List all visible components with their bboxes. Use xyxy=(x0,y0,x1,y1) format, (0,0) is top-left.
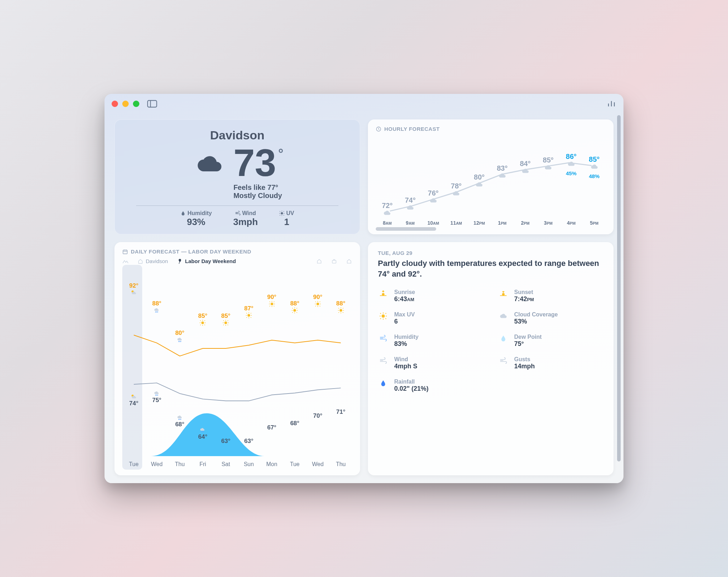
cloud-icon xyxy=(382,209,392,218)
daily-tabs: Davidson Labor Day Weekend xyxy=(122,258,352,264)
svg-rect-30 xyxy=(332,260,336,263)
hour-col-10AM[interactable]: 76°10AM xyxy=(422,135,445,226)
daily-high-Tue[interactable]: 92° xyxy=(122,282,145,296)
titlebar xyxy=(105,94,623,114)
daily-high-Fri[interactable]: 85° xyxy=(191,312,214,326)
hourly-chart[interactable]: 72°8AM74°9AM76°10AM78°11AM80°12PM83°1PM8… xyxy=(376,135,606,226)
detail-sunset: Sunset7:42PM xyxy=(498,289,604,303)
daily-low-Sat[interactable]: 63° xyxy=(214,431,237,445)
cloud-icon xyxy=(498,311,509,320)
hourly-forecast-card: HOURLY FORECAST 72°8AM74°9AM76°10AM78°11… xyxy=(368,119,614,234)
daily-low-Tue[interactable]: 68° xyxy=(283,413,306,427)
hour-col-2PM[interactable]: 84°2PM xyxy=(514,135,537,226)
hour-time: 5PM xyxy=(583,220,606,226)
humidity-icon xyxy=(378,334,389,342)
clock-icon xyxy=(376,126,381,132)
day-label-Wed[interactable]: Wed xyxy=(306,461,330,468)
daily-high-Thu[interactable]: 88° xyxy=(329,300,352,314)
daily-low-Tue[interactable]: 74° xyxy=(122,394,145,407)
hour-col-1PM[interactable]: 83°1PM xyxy=(491,135,514,226)
hour-col-9AM[interactable]: 74°9AM xyxy=(399,135,422,226)
hour-temp: 86° xyxy=(560,153,583,161)
tab-home-icon-2[interactable] xyxy=(346,258,352,264)
current-temperature: 73° xyxy=(234,144,282,182)
day-label-Tue[interactable]: Tue xyxy=(122,461,145,468)
detail-dew-point: Dew Point75° xyxy=(498,334,604,348)
cloud-icon xyxy=(589,163,599,172)
daily-header: DAILY FORECAST — LABOR DAY WEEKEND xyxy=(122,249,352,255)
tab-home-icon-1[interactable] xyxy=(316,258,322,264)
hour-temp: 85° xyxy=(537,156,560,164)
sun-icon xyxy=(378,311,389,320)
day-label-Thu[interactable]: Thu xyxy=(168,461,191,468)
hour-col-11AM[interactable]: 78°11AM xyxy=(445,135,468,226)
close-window-button[interactable] xyxy=(112,101,118,107)
hour-temp: 85° xyxy=(583,155,606,164)
hour-precip: 45% xyxy=(560,170,583,176)
hour-time: 11AM xyxy=(445,220,468,226)
cloud-icon xyxy=(520,167,530,176)
daily-low-Wed[interactable]: 75° xyxy=(145,390,168,404)
hour-time: 9AM xyxy=(399,220,422,226)
hour-time: 12PM xyxy=(468,220,491,226)
detail-gusts: Gusts14mph xyxy=(498,356,604,370)
hour-col-5PM[interactable]: 85°48%5PM xyxy=(583,135,606,226)
daily-low-Mon[interactable]: 67° xyxy=(260,418,283,431)
hour-temp: 84° xyxy=(514,160,537,168)
gusts-icon xyxy=(498,356,509,365)
minimize-window-button[interactable] xyxy=(122,101,129,107)
day-label-Fri[interactable]: Fri xyxy=(191,461,214,468)
maximize-window-button[interactable] xyxy=(133,101,139,107)
traffic-lights xyxy=(112,101,139,107)
tab-location[interactable]: Davidson xyxy=(137,258,168,264)
detail-humidity: Humidity83% xyxy=(378,334,484,348)
day-label-Sat[interactable]: Sat xyxy=(214,461,237,468)
daily-low-Sun[interactable]: 63° xyxy=(237,431,261,445)
daily-high-Sun[interactable]: 87° xyxy=(237,305,261,319)
daily-low-Thu[interactable]: 71° xyxy=(329,402,352,416)
daily-high-Wed[interactable]: 88° xyxy=(145,300,168,314)
daily-high-Mon[interactable]: 90° xyxy=(260,294,283,307)
chart-view-button[interactable] xyxy=(606,99,616,108)
tab-briefcase-icon[interactable] xyxy=(331,258,337,264)
day-label-Mon[interactable]: Mon xyxy=(260,461,283,468)
divider xyxy=(136,205,338,206)
wind-metric: Wind 3mph xyxy=(233,210,258,228)
daily-low-Wed[interactable]: 70° xyxy=(306,406,330,420)
tab-mountains-icon[interactable] xyxy=(122,258,129,264)
daily-low-Thu[interactable]: 68° xyxy=(168,415,191,428)
hour-col-12PM[interactable]: 80°12PM xyxy=(468,135,491,226)
day-label-Sun[interactable]: Sun xyxy=(237,461,261,468)
sunset-icon xyxy=(498,289,509,298)
humidity-metric: Humidity 93% xyxy=(180,210,212,228)
daily-high-Tue[interactable]: 88° xyxy=(283,300,306,314)
hour-time: 10AM xyxy=(422,220,445,226)
cloud-icon xyxy=(566,160,576,169)
day-label-Thu[interactable]: Thu xyxy=(329,461,352,468)
day-label-Tue[interactable]: Tue xyxy=(283,461,306,468)
daily-chart[interactable]: TueWedThuFriSatSunMonTueWedThu 92°74°88°… xyxy=(122,270,352,468)
hour-col-3PM[interactable]: 85°3PM xyxy=(537,135,560,226)
daily-low-Fri[interactable]: 64° xyxy=(191,427,214,440)
hour-col-4PM[interactable]: 86°45%4PM xyxy=(560,135,583,226)
day-label-Wed[interactable]: Wed xyxy=(145,461,168,468)
hour-temp: 80° xyxy=(468,173,491,181)
tab-event[interactable]: Labor Day Weekend xyxy=(177,258,236,264)
cloud-icon xyxy=(428,197,438,206)
vertical-scrollbar[interactable] xyxy=(617,115,621,476)
svg-rect-19 xyxy=(148,101,157,107)
hourly-header: HOURLY FORECAST xyxy=(376,126,606,132)
cloud-icon xyxy=(451,189,461,199)
hourly-scrollbar[interactable] xyxy=(376,227,606,231)
sidebar-toggle-button[interactable] xyxy=(147,100,157,108)
daily-high-Thu[interactable]: 80° xyxy=(168,330,191,343)
svg-line-29 xyxy=(179,262,180,263)
hour-temp: 78° xyxy=(445,182,468,190)
cloud-icon xyxy=(543,164,553,173)
detail-rainfall: Rainfall0.02" (21%) xyxy=(378,379,484,392)
current-conditions-card: Davidson 73° Feels like 77° Mostly Cloud… xyxy=(114,119,360,234)
hour-col-8AM[interactable]: 72°8AM xyxy=(376,135,399,226)
daily-high-Sat[interactable]: 85° xyxy=(214,312,237,326)
hour-time: 3PM xyxy=(537,220,560,226)
daily-high-Wed[interactable]: 90° xyxy=(306,294,330,307)
